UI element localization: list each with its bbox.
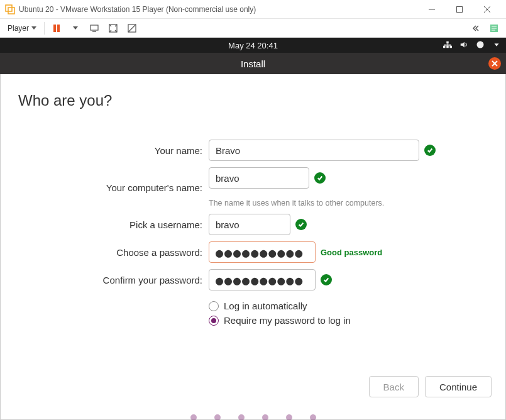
password-strength-label: Good password <box>321 248 382 257</box>
chevron-down-icon <box>31 26 36 30</box>
radio-require-password[interactable]: Require my password to log in <box>209 315 488 326</box>
label-confirm-password: Confirm your password: <box>18 275 204 285</box>
installer-footer: Back Continue <box>369 376 492 397</box>
svg-rect-7 <box>57 25 60 32</box>
radio-label-auto: Log in automatically <box>224 301 307 311</box>
installer-title: Install <box>241 58 265 69</box>
svg-rect-8 <box>91 25 98 30</box>
separator <box>44 22 45 35</box>
computer-name-hint: The name it uses when it talks to other … <box>209 199 384 207</box>
confirm-password-input[interactable]: ●●●●●●●●●● <box>209 269 316 290</box>
check-icon <box>295 219 307 230</box>
password-input[interactable]: ●●●●●●●●●● <box>209 241 316 263</box>
window-title: Ubuntu 20 - VMware Workstation 15 Player… <box>19 5 418 14</box>
svg-rect-0 <box>6 5 12 11</box>
svg-rect-6 <box>53 25 56 32</box>
vmware-app-icon <box>5 4 15 14</box>
your-name-input[interactable] <box>209 140 419 161</box>
pause-dropdown-button[interactable] <box>69 21 82 35</box>
username-input[interactable] <box>209 214 290 235</box>
installer-header: Install <box>0 53 506 74</box>
svg-rect-17 <box>443 45 446 48</box>
label-computer-name: Your computer's name: <box>18 182 204 193</box>
installer-body: Who are you? Your name: Your computer's … <box>0 74 506 420</box>
svg-rect-3 <box>457 6 463 12</box>
player-menu-label: Player <box>8 24 29 33</box>
power-icon <box>476 40 485 51</box>
continue-button[interactable]: Continue <box>425 376 492 397</box>
network-icon <box>443 40 452 51</box>
back-button[interactable]: Back <box>369 376 419 397</box>
label-password: Choose a password: <box>18 247 204 258</box>
svg-rect-1 <box>8 8 14 14</box>
send-ctrl-alt-del-button[interactable] <box>87 21 101 35</box>
window-close-button[interactable] <box>473 0 501 19</box>
ubuntu-top-bar: May 24 20:41 <box>0 38 506 53</box>
fullscreen-button[interactable] <box>106 21 120 35</box>
clock-label: May 24 20:41 <box>228 41 278 50</box>
vmware-toolbar: Player <box>0 19 506 38</box>
chevron-down-icon <box>492 40 501 51</box>
window-maximize-button[interactable] <box>446 0 473 19</box>
chevron-down-icon <box>73 26 78 30</box>
svg-rect-20 <box>446 41 449 43</box>
unity-mode-button[interactable] <box>125 21 139 35</box>
page-heading: Who are you? <box>18 92 488 109</box>
progress-dots <box>190 414 316 420</box>
computer-name-input[interactable] <box>209 167 309 189</box>
window-minimize-button[interactable] <box>418 0 446 19</box>
radio-label-pwd: Require my password to log in <box>224 315 351 326</box>
svg-rect-19 <box>450 45 453 48</box>
check-icon <box>314 172 326 184</box>
radio-icon <box>209 301 219 311</box>
check-icon <box>424 145 436 156</box>
volume-icon <box>459 40 468 51</box>
pause-vm-button[interactable] <box>50 21 63 35</box>
user-form: Your name: Your computer's name: The nam… <box>18 140 488 326</box>
notes-button[interactable] <box>487 21 501 35</box>
player-menu-button[interactable]: Player <box>5 23 39 34</box>
svg-line-12 <box>128 25 136 32</box>
label-username: Pick a username: <box>18 219 204 230</box>
label-your-name: Your name: <box>18 145 204 156</box>
system-status-area[interactable] <box>443 40 501 51</box>
radio-icon <box>209 316 219 326</box>
svg-rect-9 <box>92 31 96 32</box>
installer-close-button[interactable] <box>488 57 501 70</box>
vmware-window-titlebar: Ubuntu 20 - VMware Workstation 15 Player… <box>0 0 506 19</box>
check-icon <box>321 274 332 285</box>
radio-login-automatically[interactable]: Log in automatically <box>209 301 488 311</box>
svg-rect-18 <box>446 45 449 48</box>
collapse-toolbar-button[interactable] <box>468 21 482 35</box>
